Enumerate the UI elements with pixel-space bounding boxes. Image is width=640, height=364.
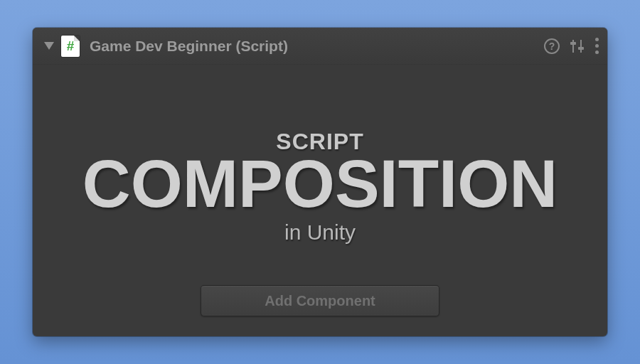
- add-component-button[interactable]: Add Component: [201, 285, 439, 316]
- svg-rect-2: [570, 42, 576, 45]
- svg-rect-3: [578, 47, 584, 50]
- component-header[interactable]: # Game Dev Beginner (Script) ?: [33, 28, 607, 65]
- hash-icon: #: [67, 38, 75, 54]
- hero-line-2: COMPOSITION: [82, 151, 558, 218]
- context-menu-icon[interactable]: [595, 38, 599, 54]
- inspector-panel: # Game Dev Beginner (Script) ? SCRIPT CO…: [33, 28, 607, 336]
- foldout-arrow-icon[interactable]: [44, 42, 54, 50]
- help-icon[interactable]: ?: [544, 38, 560, 54]
- script-file-icon: #: [61, 36, 80, 57]
- header-actions: ?: [544, 38, 599, 54]
- hero-line-3: in Unity: [284, 220, 356, 245]
- component-title: Game Dev Beginner (Script): [90, 38, 544, 55]
- presets-icon[interactable]: [570, 38, 585, 54]
